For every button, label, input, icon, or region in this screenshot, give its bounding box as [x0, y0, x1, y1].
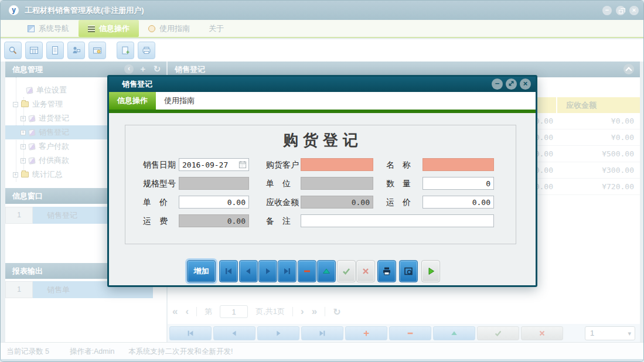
divider — [325, 307, 325, 316]
add-button[interactable]: 增加 — [187, 260, 216, 282]
name-input[interactable] — [422, 158, 494, 171]
minus-icon — [302, 267, 312, 276]
dialog-close-button[interactable]: × — [520, 78, 531, 90]
receivable-label: 应收金额 — [266, 196, 299, 209]
record-last-button[interactable] — [301, 326, 343, 340]
dialog-tab-info-ops[interactable]: 信息操作 — [109, 92, 156, 110]
window-title: 工程材料销售管理系统(非注册用户) — [25, 5, 144, 16]
caret-down-icon: ▾ — [628, 327, 631, 340]
window-minimize-button[interactable]: − — [602, 6, 612, 15]
freight-input — [179, 214, 249, 227]
nav-prev-button[interactable] — [239, 260, 258, 282]
window-restore-button[interactable] — [616, 6, 625, 15]
edit-record-button[interactable] — [317, 260, 336, 282]
table-icon — [29, 46, 39, 55]
record-add-button[interactable] — [345, 326, 387, 340]
print-button[interactable] — [377, 260, 396, 282]
dialog-body: 购货登记 销售日期 购货客户 名 称 规格型号 单 位 数 量 单 价 — [109, 113, 536, 285]
dialog-titlebar[interactable]: 销售登记 − × — [109, 77, 536, 92]
user-icon — [71, 46, 81, 55]
preview-icon — [404, 267, 413, 276]
dialog-tab-guide[interactable]: 使用指南 — [156, 92, 203, 110]
expand-box-icon[interactable] — [21, 144, 26, 149]
page-label-prefix: 第 — [205, 306, 212, 317]
page-label-suffix: 页,共1页 — [255, 306, 285, 317]
plus-icon — [362, 329, 370, 337]
column-header-receivable: 应收金额 — [566, 97, 597, 113]
first-record-icon — [224, 267, 233, 276]
user-button[interactable] — [67, 42, 85, 59]
status-note: 本系统支持二次开发和全新开发! — [128, 347, 233, 357]
record-prev-button[interactable] — [213, 326, 255, 340]
window-close-button[interactable]: × — [629, 6, 639, 15]
record-edit-button[interactable] — [433, 326, 475, 340]
prev-page-button[interactable]: ‹ — [185, 306, 189, 317]
customer-input[interactable] — [301, 158, 373, 171]
column-separator — [556, 97, 557, 113]
document-button[interactable] — [46, 42, 64, 59]
tool-icon — [28, 129, 35, 136]
expand-box-icon[interactable] — [21, 130, 26, 135]
calendar-icon[interactable] — [238, 160, 247, 169]
folder-icon — [21, 172, 29, 177]
expand-box-icon[interactable] — [21, 116, 26, 121]
panel-back-icon[interactable]: ‹ — [124, 64, 134, 74]
next-page-button[interactable]: › — [301, 306, 304, 317]
play-icon — [426, 267, 435, 276]
freight-rate-input[interactable] — [422, 196, 494, 209]
last-page-button[interactable]: » — [312, 306, 317, 317]
divider — [196, 307, 197, 316]
price-label: 单 价 — [143, 196, 168, 209]
print-button[interactable] — [138, 42, 155, 59]
chevron-up-icon[interactable] — [623, 64, 634, 74]
nav-first-button[interactable] — [219, 260, 238, 282]
refresh-icon[interactable]: ↻ — [333, 306, 340, 317]
document-icon — [50, 46, 60, 55]
nav-last-button[interactable] — [278, 260, 297, 282]
first-page-button[interactable]: « — [172, 306, 178, 317]
prev-record-icon — [244, 267, 253, 276]
pagination-bar: « ‹ 第 页,共1页 › » ↻ — [168, 302, 640, 322]
run-button[interactable] — [421, 260, 440, 282]
unit-label: 单 位 — [266, 177, 291, 190]
record-toolbar: 1 ▾ — [168, 324, 640, 342]
dialog-restore-button[interactable] — [506, 78, 517, 90]
tab-info-ops[interactable]: 信息操作 — [79, 20, 139, 37]
record-confirm-button — [477, 326, 519, 340]
panel-refresh-icon[interactable]: ↻ — [152, 64, 162, 74]
preview-button[interactable] — [399, 260, 418, 282]
record-count-select[interactable]: 1 ▾ — [585, 326, 635, 340]
window-search-button[interactable] — [88, 42, 106, 59]
row-number: 1 — [5, 281, 33, 298]
page-number-input[interactable] — [220, 305, 248, 318]
qty-input[interactable] — [422, 177, 494, 190]
expand-box-icon[interactable] — [21, 158, 26, 163]
table-view-button[interactable] — [25, 42, 43, 59]
expand-box-icon[interactable] — [13, 172, 18, 177]
record-delete-button[interactable] — [389, 326, 431, 340]
remark-label: 备 注 — [266, 214, 291, 227]
purchase-form-panel: 购货登记 销售日期 购货客户 名 称 规格型号 单 位 数 量 单 价 — [125, 125, 516, 244]
dialog-tabbar: 信息操作 使用指南 — [109, 92, 536, 110]
remark-input[interactable] — [301, 214, 494, 227]
dialog-minimize-button[interactable]: − — [492, 78, 503, 90]
tool-icon — [28, 157, 35, 164]
clock-icon — [148, 25, 155, 32]
tab-about[interactable]: 关于 — [199, 20, 233, 37]
tab-user-guide[interactable]: 使用指南 — [139, 20, 199, 37]
record-next-button[interactable] — [257, 326, 299, 340]
nav-next-button[interactable] — [258, 260, 277, 282]
check-icon — [494, 329, 502, 337]
collapse-box-icon[interactable] — [13, 102, 18, 107]
search-button[interactable] — [4, 42, 22, 59]
record-cancel-button — [521, 326, 563, 340]
triangle-up-icon — [450, 329, 458, 337]
panel-add-icon[interactable]: + — [138, 64, 148, 74]
record-first-button[interactable] — [169, 326, 212, 340]
form-title: 购货登记 — [125, 130, 516, 151]
tab-system-nav[interactable]: 系统导航 — [18, 20, 79, 37]
price-input[interactable] — [179, 196, 249, 209]
delete-record-button[interactable] — [298, 260, 316, 282]
doc-add-button[interactable] — [117, 42, 134, 59]
row-number: 1 — [5, 207, 33, 224]
